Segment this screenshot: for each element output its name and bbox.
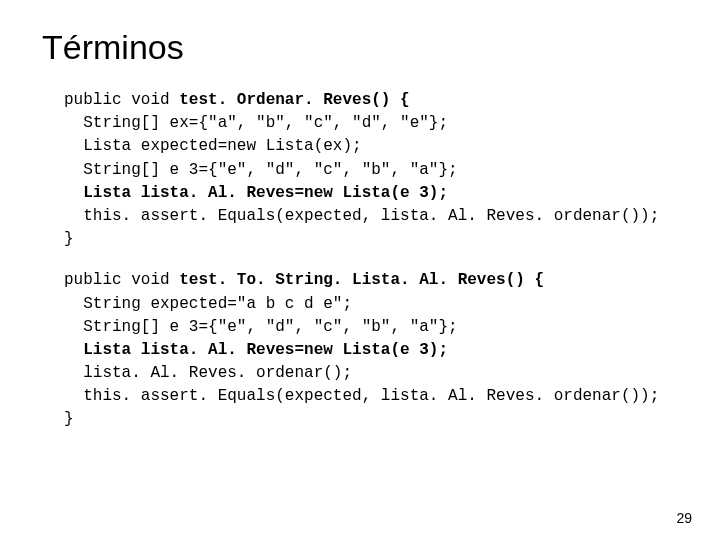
code1-l1a: public void [64,91,179,109]
code1-l7: } [64,230,74,248]
code1-l4: String[] e 3={"e", "d", "c", "b", "a"}; [64,161,458,179]
code2-l1b: test. To. String. Lista. Al. Reves() { [179,271,544,289]
code2-l3: String[] e 3={"e", "d", "c", "b", "a"}; [64,318,458,336]
slide: Términos public void test. Ordenar. Reve… [0,0,720,540]
code1-l1b: test. Ordenar. Reves() { [179,91,409,109]
code-block-2: public void test. To. String. Lista. Al.… [64,269,680,431]
code2-l4: Lista lista. Al. Reves=new Lista(e 3); [64,341,448,359]
code2-l7: } [64,410,74,428]
code2-l6: this. assert. Equals(expected, lista. Al… [64,387,659,405]
code1-l6: this. assert. Equals(expected, lista. Al… [64,207,659,225]
code-block-1: public void test. Ordenar. Reves() { Str… [64,89,680,251]
code1-l3: Lista expected=new Lista(ex); [64,137,362,155]
code2-l5: lista. Al. Reves. ordenar(); [64,364,352,382]
code2-l2: String expected="a b c d e"; [64,295,352,313]
code1-l2: String[] ex={"a", "b", "c", "d", "e"}; [64,114,448,132]
slide-title: Términos [40,28,680,67]
code2-l1a: public void [64,271,179,289]
code1-l5: Lista lista. Al. Reves=new Lista(e 3); [64,184,448,202]
page-number: 29 [676,510,692,526]
